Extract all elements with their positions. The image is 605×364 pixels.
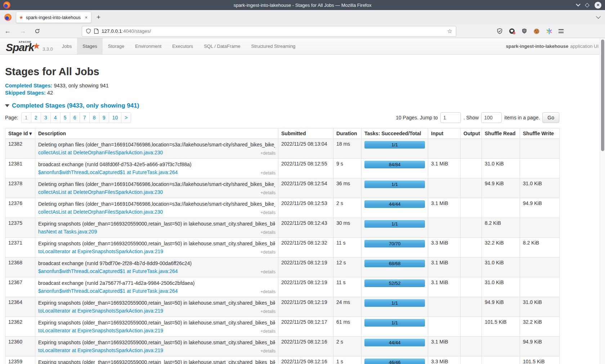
column-header-stage-id[interactable]: Stage Id ▾: [5, 128, 35, 139]
stage-callsite-link[interactable]: $anonfun$withThreadLocalCaptured$1 at Fu…: [38, 169, 178, 176]
details-toggle[interactable]: +details: [260, 309, 275, 314]
details-toggle[interactable]: +details: [260, 190, 275, 195]
column-header-shuffle-write[interactable]: Shuffle Write: [520, 128, 560, 139]
next-page-button[interactable]: >: [121, 112, 131, 123]
column-header-shuffle-read[interactable]: Shuffle Read: [482, 128, 520, 139]
stage-description: Expiring snapshots (older_than=166932055…: [38, 299, 275, 306]
stage-callsite-link[interactable]: toLocalIterator at ExpireSnapshotsSparkA…: [38, 248, 163, 255]
page-button-1[interactable]: 1: [21, 112, 31, 123]
details-toggle[interactable]: +details: [260, 289, 275, 294]
tasks-progress-bar: 68/68: [364, 260, 425, 267]
scrollbar-thumb[interactable]: [601, 40, 604, 151]
output-cell: [461, 238, 482, 258]
shuffle-write-cell: 32.2 KiB: [520, 317, 560, 337]
browser-tab[interactable]: ★ spark-ingest-into-lakehous ×: [16, 12, 91, 23]
page-button-6[interactable]: 6: [70, 112, 80, 123]
window-maximize-icon[interactable]: [585, 3, 590, 8]
stage-callsite-link[interactable]: toLocalIterator at ExpireSnapshotsSparkA…: [38, 307, 163, 314]
stage-callsite-link[interactable]: $anonfun$withThreadLocalCaptured$1 at Fu…: [38, 268, 178, 275]
shuffle-read-cell: [482, 356, 520, 364]
skipped-stages-summary: Skipped Stages: 42: [5, 89, 600, 96]
tab-list-chevron-icon[interactable]: [596, 14, 601, 19]
tab-close-icon[interactable]: ×: [84, 15, 88, 20]
output-cell: [461, 178, 482, 198]
page-info-icon[interactable]: [94, 28, 99, 34]
page-button-3[interactable]: 3: [41, 112, 51, 123]
go-button[interactable]: Go: [542, 112, 559, 123]
mask-extension-icon[interactable]: [509, 28, 515, 35]
window-close-icon[interactable]: ×: [595, 2, 601, 9]
back-button[interactable]: ←: [0, 27, 15, 35]
table-row: 12371Expiring snapshots (older_than=1669…: [5, 238, 560, 258]
page-button-2[interactable]: 2: [31, 112, 41, 123]
page-button-5[interactable]: 5: [60, 112, 70, 123]
stage-callsite-link[interactable]: toLocalIterator at ExpireSnapshotsSparkA…: [38, 327, 163, 334]
column-header-submitted[interactable]: Submitted: [278, 128, 333, 139]
nav-item-jobs[interactable]: Jobs: [57, 38, 77, 54]
column-header-output[interactable]: Output: [461, 128, 482, 139]
nav-item-stages[interactable]: Stages: [77, 38, 102, 54]
shuffle-read-cell: 31.0 KiB: [482, 159, 520, 178]
stage-callsite-link[interactable]: collectAsList at DeleteOrphanFilesSparkA…: [38, 149, 163, 156]
duration-cell: 12 s: [333, 258, 362, 277]
tasks-cell: 68/68: [362, 258, 428, 277]
new-tab-button[interactable]: +: [97, 13, 100, 21]
spark-logo[interactable]: APACHE Spark ★ 3.3.0: [0, 38, 57, 54]
table-row: 12368broadcast exchange (runId 97bdf70e-…: [5, 258, 560, 277]
stage-callsite-link[interactable]: toLocalIterator at ExpireSnapshotsSparkA…: [38, 347, 163, 354]
window-minimize-icon[interactable]: [576, 2, 581, 6]
completed-stages-summary: Completed Stages: 9433, only showing 941: [5, 82, 600, 89]
page-label: Page:: [5, 115, 18, 120]
page-button-7[interactable]: 7: [80, 112, 90, 123]
bookmark-star-icon[interactable]: ☆: [447, 28, 452, 35]
details-toggle[interactable]: +details: [260, 349, 275, 354]
menu-hamburger-icon[interactable]: [559, 28, 564, 34]
details-toggle[interactable]: +details: [260, 329, 275, 334]
column-header-duration[interactable]: Duration: [333, 128, 362, 139]
column-header-input[interactable]: Input: [428, 128, 461, 139]
stage-callsite-link[interactable]: collectAsList at DeleteOrphanFilesSparkA…: [38, 208, 163, 215]
shuffle-read-cell: 94.9 KiB: [482, 297, 520, 317]
page-button-9[interactable]: 9: [99, 112, 109, 123]
details-toggle[interactable]: +details: [260, 151, 275, 156]
ublock-shield-extension-icon[interactable]: [521, 28, 527, 34]
column-header-description[interactable]: Description: [35, 128, 278, 139]
nav-item-environment[interactable]: Environment: [130, 38, 167, 54]
details-toggle[interactable]: +details: [260, 250, 275, 255]
shield-icon[interactable]: [86, 28, 91, 34]
stage-callsite-link[interactable]: hasNext at Tasks.java:209: [38, 228, 97, 235]
jump-to-page-input[interactable]: [440, 112, 461, 123]
stage-callsite-link[interactable]: $anonfun$withThreadLocalCaptured$1 at Fu…: [38, 287, 178, 295]
pinwheel-extension-icon[interactable]: [546, 28, 552, 35]
stage-id-cell: 12362: [5, 317, 35, 337]
scrollbar-track[interactable]: [600, 38, 605, 364]
nav-item-storage[interactable]: Storage: [103, 38, 130, 54]
stage-callsite-link[interactable]: collectAsList at DeleteOrphanFilesSparkA…: [38, 188, 163, 196]
shuffle-write-cell: 94.9 KiB: [520, 337, 560, 356]
page-button-10[interactable]: 10: [109, 112, 122, 123]
page-button-8[interactable]: 8: [89, 112, 99, 123]
details-toggle[interactable]: +details: [260, 210, 275, 215]
description-cell: Deleting orphan files (older_than=166910…: [35, 139, 278, 159]
nav-item-sql-dataframe[interactable]: SQL / DataFrame: [198, 38, 246, 54]
url-bar[interactable]: 127.0.0.1:4040/stages/ ☆: [82, 26, 456, 37]
details-toggle[interactable]: +details: [260, 269, 275, 274]
shuffle-read-cell: 32.2 KiB: [482, 238, 520, 258]
nav-item-structured-streaming[interactable]: Structured Streaming: [246, 38, 301, 54]
page-buttons: 12345678910>: [21, 112, 131, 123]
shield-check-extension-icon[interactable]: [497, 28, 503, 34]
reload-button[interactable]: [30, 28, 44, 34]
page-button-4[interactable]: 4: [50, 112, 60, 123]
show-label: . Show: [463, 115, 479, 120]
details-toggle[interactable]: +details: [260, 230, 275, 235]
column-header-tasks-succeeded-total[interactable]: Tasks: Succeeded/Total: [362, 128, 428, 139]
details-toggle[interactable]: +details: [260, 170, 275, 176]
forward-button[interactable]: →: [15, 27, 30, 35]
items-per-page-input[interactable]: [481, 112, 502, 123]
completed-stages-section-toggle[interactable]: Completed Stages (9433, only showing 941…: [5, 102, 600, 109]
shuffle-write-cell: 101.5 KiB: [520, 356, 560, 364]
firefox-view-icon[interactable]: [4, 14, 12, 21]
input-cell: 3.1 MiB: [428, 159, 461, 178]
cookie-extension-icon[interactable]: [533, 28, 540, 35]
nav-item-executors[interactable]: Executors: [167, 38, 198, 54]
